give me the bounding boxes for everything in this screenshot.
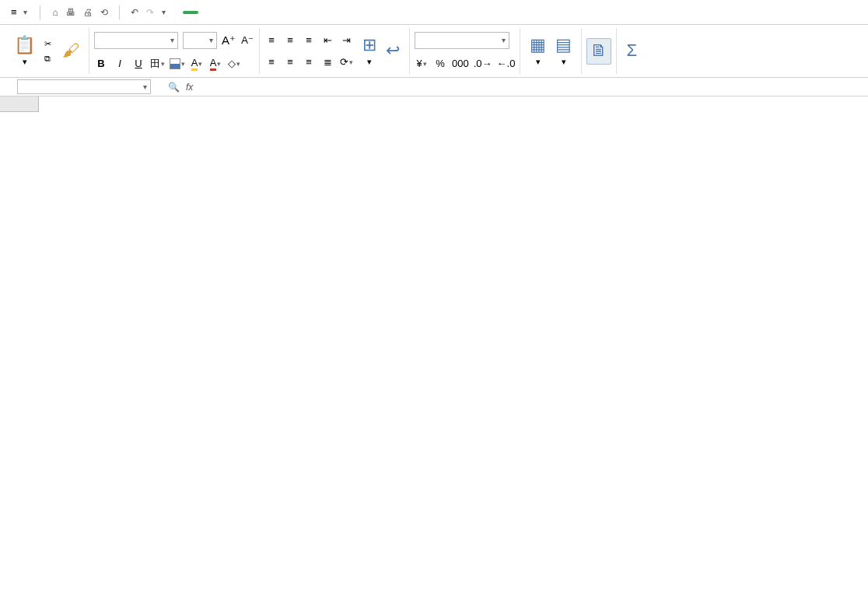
separator <box>40 5 40 19</box>
copy-button[interactable]: ⧉ <box>43 53 56 65</box>
justify-icon[interactable]: ≣ <box>320 55 334 69</box>
wrap-text-button[interactable]: ↩ <box>381 39 404 64</box>
save-icon[interactable]: 🖶 <box>66 7 75 18</box>
quick-access-toolbar: ⌂ 🖶 🖨 ⟲ ↶ ↷ ▾ <box>53 5 166 19</box>
paste-button[interactable]: 📋 ▾ <box>9 33 40 68</box>
menu-bar: ≡ ▾ ⌂ 🖶 🖨 ⟲ ↶ ↷ ▾ <box>0 0 868 25</box>
increase-font-icon[interactable]: A⁺ <box>222 33 236 47</box>
decrease-font-icon[interactable]: A⁻ <box>240 33 254 47</box>
spreadsheet-grid[interactable] <box>0 96 868 595</box>
cell-reference-box[interactable] <box>17 79 151 94</box>
italic-button[interactable]: I <box>113 57 127 71</box>
ribbon-group-align: ≡ ≡ ≡ ⇤ ⇥ ≡ ≡ ≡ ≣ ⟳ ⊞ ▾ ↩ <box>260 28 410 74</box>
ribbon-group-clipboard: 📋 ▾ ✂ ⧉ 🖌 <box>5 28 89 74</box>
undo-icon[interactable]: ↶ <box>131 7 138 18</box>
sum-icon: Σ <box>626 40 637 61</box>
paste-icon: 📋 <box>14 35 35 55</box>
table-style-button[interactable]: ▤ ▾ <box>551 33 576 68</box>
merge-icon: ⊞ <box>362 35 376 55</box>
copy-icon: ⧉ <box>44 54 51 64</box>
fx-icon[interactable]: fx <box>186 82 193 93</box>
clear-format-button[interactable]: ◇ <box>227 57 241 71</box>
decrease-decimal-icon[interactable]: ←.0 <box>497 57 516 71</box>
menu-icon: ≡ <box>11 6 17 18</box>
table-style-icon: ▤ <box>555 35 572 55</box>
tab-data[interactable] <box>264 11 267 14</box>
home-icon[interactable]: ⌂ <box>53 7 58 18</box>
align-left-icon[interactable]: ≡ <box>264 55 278 69</box>
ribbon-group-number: ¥ % 000 .0→ ←.0 <box>410 28 520 74</box>
tab-security[interactable] <box>315 11 318 14</box>
redo-icon[interactable]: ↷ <box>146 7 154 18</box>
align-middle-icon[interactable]: ≡ <box>283 33 297 47</box>
percent-icon[interactable]: % <box>433 57 447 71</box>
borders-button[interactable]: 田 <box>150 57 165 71</box>
format-painter-icon: 🖌 <box>62 40 79 61</box>
file-menu-button[interactable]: ≡ ▾ <box>5 5 33 19</box>
fill-color-button[interactable]: A <box>190 57 204 71</box>
align-bottom-icon[interactable]: ≡ <box>302 33 316 47</box>
indent-decrease-icon[interactable]: ⇤ <box>320 33 334 47</box>
align-right-icon[interactable]: ≡ <box>302 55 316 69</box>
align-top-icon[interactable]: ≡ <box>264 33 278 47</box>
tab-insert[interactable] <box>212 11 215 14</box>
format-painter-button[interactable]: 🖌 <box>58 39 84 64</box>
conditional-format-button[interactable]: ▦ ▾ <box>525 33 551 68</box>
bold-button[interactable]: B <box>94 57 108 71</box>
tab-formula[interactable] <box>247 11 250 14</box>
currency-icon[interactable]: ¥ <box>415 57 429 71</box>
doc-helper-button[interactable]: 🗎 <box>586 38 611 65</box>
orientation-icon[interactable]: ⟳ <box>339 55 353 69</box>
doc-helper-icon: 🗎 <box>590 40 607 61</box>
conditional-format-icon: ▦ <box>530 35 546 55</box>
wrap-icon: ↩ <box>386 40 400 61</box>
underline-button[interactable]: U <box>131 57 145 71</box>
ribbon-group-sum: Σ <box>617 28 646 74</box>
tab-devtools[interactable] <box>332 11 335 14</box>
tab-start[interactable] <box>183 11 198 14</box>
font-name-select[interactable] <box>94 32 178 49</box>
cell-style-button[interactable] <box>170 57 185 71</box>
number-format-select[interactable] <box>415 32 509 49</box>
font-size-select[interactable] <box>183 32 217 49</box>
align-center-icon[interactable]: ≡ <box>283 55 297 69</box>
ribbon-group-doc-helper: 🗎 <box>582 28 617 74</box>
chevron-down-icon[interactable]: ▾ <box>162 8 166 16</box>
sum-button[interactable]: Σ <box>621 39 642 64</box>
ribbon-tabs <box>183 11 369 14</box>
tab-special[interactable] <box>349 11 352 14</box>
formula-bar[interactable]: 🔍 fx <box>152 78 868 96</box>
cut-button[interactable]: ✂ <box>43 38 56 50</box>
print-icon[interactable]: 🖨 <box>83 7 93 18</box>
ribbon-group-styles: ▦ ▾ ▤ ▾ <box>520 28 582 74</box>
scissors-icon: ✂ <box>44 39 51 49</box>
merge-center-button[interactable]: ⊞ ▾ <box>358 33 381 68</box>
increase-decimal-icon[interactable]: .0→ <box>474 57 492 71</box>
tab-review[interactable] <box>281 11 284 14</box>
indent-increase-icon[interactable]: ⇥ <box>339 33 353 47</box>
ribbon: 📋 ▾ ✂ ⧉ 🖌 A⁺ A⁻ B I U 田 <box>0 25 868 78</box>
font-color-button[interactable]: A <box>208 57 222 71</box>
preview-icon[interactable]: ⟲ <box>100 7 108 18</box>
tab-view[interactable] <box>298 11 301 14</box>
tab-doc-helper[interactable] <box>366 11 369 14</box>
comma-icon[interactable]: 000 <box>452 57 469 71</box>
tab-layout[interactable] <box>229 11 233 14</box>
search-icon[interactable]: 🔍 <box>168 82 180 93</box>
chevron-down-icon: ▾ <box>23 8 27 16</box>
formula-bar-row: 🔍 fx <box>0 78 868 96</box>
select-all-corner[interactable] <box>0 96 39 112</box>
separator <box>119 5 120 19</box>
ribbon-group-font: A⁺ A⁻ B I U 田 A A ◇ <box>89 28 260 74</box>
